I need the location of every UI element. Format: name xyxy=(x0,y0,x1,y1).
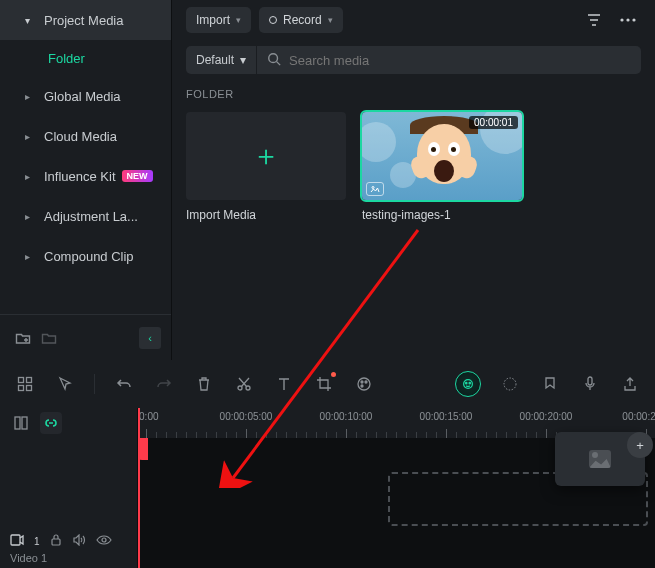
svg-point-3 xyxy=(269,53,278,62)
svg-rect-5 xyxy=(19,377,24,382)
new-folder-button[interactable] xyxy=(10,325,36,351)
sidebar-item-label: Compound Clip xyxy=(44,249,134,264)
grid-tool-icon[interactable] xyxy=(14,373,36,395)
timecode-label: 00:00:25:0 xyxy=(622,411,655,422)
sidebar-bottom-bar: ‹ xyxy=(0,314,171,360)
search-input[interactable] xyxy=(289,53,631,68)
sidebar-item-global-media[interactable]: ▸ Global Media xyxy=(0,76,171,116)
sidebar-sub-label: Folder xyxy=(48,51,85,66)
settings-icon[interactable] xyxy=(499,373,521,395)
new-bin-button[interactable] xyxy=(36,325,62,351)
filter-button[interactable] xyxy=(581,7,607,33)
sidebar-item-label: Adjustment La... xyxy=(44,209,138,224)
link-toggle-icon[interactable] xyxy=(40,412,62,434)
sidebar-sub-folder[interactable]: Folder xyxy=(0,40,171,76)
timecode-label: 00:00:20:00 xyxy=(520,411,573,422)
text-button[interactable] xyxy=(273,373,295,395)
playhead-handle[interactable] xyxy=(138,438,148,460)
svg-point-18 xyxy=(504,378,516,390)
cut-button[interactable] xyxy=(233,373,255,395)
svg-point-10 xyxy=(246,386,250,390)
pointer-tool-icon[interactable] xyxy=(54,373,76,395)
svg-rect-6 xyxy=(27,377,32,382)
image-icon xyxy=(589,450,611,468)
chevron-down-icon: ▾ xyxy=(236,15,241,25)
clip-thumbnail[interactable]: 00:00:01 xyxy=(362,112,522,200)
svg-rect-23 xyxy=(52,539,60,545)
sidebar: ▾ Project Media Folder ▸ Global Media ▸ … xyxy=(0,0,172,360)
sort-label: Default xyxy=(196,53,234,67)
sort-dropdown[interactable]: Default ▾ xyxy=(186,46,257,74)
sidebar-item-label: Influence Kit xyxy=(44,169,116,184)
redo-button[interactable] xyxy=(153,373,175,395)
image-type-icon xyxy=(366,182,384,196)
card-label: testing-images-1 xyxy=(362,208,522,222)
timecode-label: 00:00:10:00 xyxy=(320,411,373,422)
layout-toggle-icon[interactable] xyxy=(10,412,32,434)
track-header-panel: 1 Video 1 xyxy=(0,408,138,568)
timeline-tracks[interactable]: 00:0000:00:05:0000:00:10:0000:00:15:0000… xyxy=(138,408,655,568)
sidebar-item-project-media[interactable]: ▾ Project Media xyxy=(0,0,171,40)
track-header[interactable]: 1 Video 1 xyxy=(0,524,137,568)
card-label: Import Media xyxy=(186,208,346,222)
delete-button[interactable] xyxy=(193,373,215,395)
timecode-label: 00:00:15:00 xyxy=(420,411,473,422)
marker-icon[interactable] xyxy=(539,373,561,395)
sidebar-item-cloud-media[interactable]: ▸ Cloud Media xyxy=(0,116,171,156)
svg-point-16 xyxy=(466,382,467,383)
svg-point-12 xyxy=(361,381,363,383)
timeline-toolbar xyxy=(0,360,655,408)
svg-rect-22 xyxy=(11,535,20,545)
more-button[interactable] xyxy=(615,7,641,33)
timecode-label: 00:00:05:00 xyxy=(220,411,273,422)
svg-rect-21 xyxy=(22,417,27,429)
chevron-right-icon: ▸ xyxy=(20,131,34,142)
voiceover-icon[interactable] xyxy=(579,373,601,395)
svg-rect-8 xyxy=(27,385,32,390)
svg-rect-7 xyxy=(19,385,24,390)
playhead[interactable] xyxy=(138,408,140,568)
svg-rect-20 xyxy=(15,417,20,429)
chevron-down-icon: ▾ xyxy=(328,15,333,25)
sidebar-item-label: Project Media xyxy=(44,13,123,28)
sidebar-item-compound-clip[interactable]: ▸ Compound Clip xyxy=(0,236,171,276)
sidebar-item-adjustment-layer[interactable]: ▸ Adjustment La... xyxy=(0,196,171,236)
color-button[interactable] xyxy=(353,373,375,395)
ai-assistant-button[interactable] xyxy=(455,371,481,397)
new-badge: NEW xyxy=(122,170,153,182)
sidebar-item-influence-kit[interactable]: ▸ Influence Kit NEW xyxy=(0,156,171,196)
visibility-icon[interactable] xyxy=(96,534,112,549)
import-media-card[interactable]: ＋ Import Media xyxy=(186,112,346,222)
svg-point-9 xyxy=(238,386,242,390)
media-panel: Import ▾ Record ▾ Default ▾ xyxy=(172,0,655,360)
export-icon[interactable] xyxy=(619,373,641,395)
svg-point-24 xyxy=(102,538,106,542)
video-track-icon xyxy=(10,534,24,549)
import-button[interactable]: Import ▾ xyxy=(186,7,251,33)
search-bar: Default ▾ xyxy=(186,46,641,74)
sidebar-item-label: Cloud Media xyxy=(44,129,117,144)
chevron-right-icon: ▸ xyxy=(20,91,34,102)
crop-button[interactable] xyxy=(313,373,335,395)
timecode-label: 00:00 xyxy=(138,411,159,422)
record-label: Record xyxy=(283,13,322,27)
svg-point-11 xyxy=(358,378,370,390)
import-label: Import xyxy=(196,13,230,27)
media-clip-card[interactable]: 00:00:01 testing-images-1 xyxy=(362,112,522,222)
svg-point-1 xyxy=(626,18,629,21)
add-track-button[interactable]: + xyxy=(627,432,653,458)
chevron-right-icon: ▸ xyxy=(20,251,34,262)
lock-icon[interactable] xyxy=(50,534,62,549)
duration-badge: 00:00:01 xyxy=(469,116,518,129)
chevron-right-icon: ▸ xyxy=(20,171,34,182)
mute-icon[interactable] xyxy=(72,534,86,549)
svg-point-17 xyxy=(469,382,470,383)
collapse-sidebar-button[interactable]: ‹ xyxy=(139,327,161,349)
chevron-down-icon: ▾ xyxy=(20,15,34,26)
record-icon xyxy=(269,16,277,24)
search-icon xyxy=(267,52,281,69)
svg-point-4 xyxy=(372,187,374,189)
undo-button[interactable] xyxy=(113,373,135,395)
record-button[interactable]: Record ▾ xyxy=(259,7,343,33)
track-index: 1 xyxy=(34,536,40,547)
